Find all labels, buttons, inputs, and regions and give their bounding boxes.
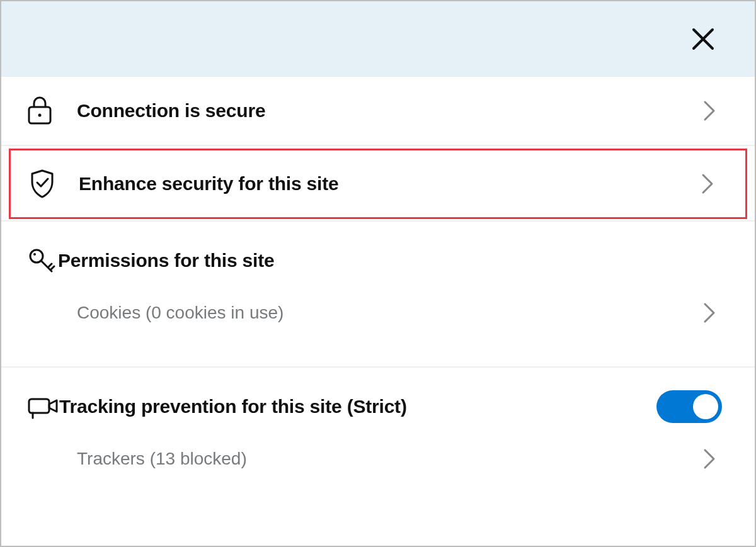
enhance-security-row[interactable]: Enhance security for this site [9,149,747,219]
svg-rect-6 [29,399,49,413]
permissions-section: Permissions for this site Cookies (0 coo… [1,222,755,368]
svg-point-5 [33,253,36,256]
svg-point-3 [38,114,42,117]
chevron-right-icon [702,302,716,324]
connection-secure-label: Connection is secure [77,100,697,121]
tracking-label: Tracking prevention for this site (Stric… [59,396,656,417]
tracking-header-row: Tracking prevention for this site (Stric… [1,383,755,431]
connection-secure-row[interactable]: Connection is secure [1,77,755,146]
panel-header [1,1,755,77]
tracking-section: Tracking prevention for this site (Stric… [1,368,755,512]
close-icon [691,27,715,51]
site-info-panel: Connection is secure Enhance security fo… [0,0,756,547]
trackers-label: Trackers (13 blocked) [77,449,697,469]
camera-icon [26,393,59,420]
key-icon [26,245,58,276]
cookies-row[interactable]: Cookies (0 cookies in use) [1,285,755,366]
chevron-right-icon [702,99,716,122]
toggle-knob [693,394,718,419]
permissions-header-row[interactable]: Permissions for this site [1,237,755,285]
tracking-toggle[interactable] [656,390,722,423]
enhance-security-label: Enhance security for this site [79,173,695,195]
shield-check-icon [28,168,56,200]
lock-icon [26,96,53,126]
chevron-right-icon [702,448,716,470]
trackers-row[interactable]: Trackers (13 blocked) [1,431,755,512]
chevron-right-icon [701,172,714,195]
permissions-label: Permissions for this site [58,250,722,271]
cookies-label: Cookies (0 cookies in use) [77,303,697,323]
close-button[interactable] [684,20,722,58]
